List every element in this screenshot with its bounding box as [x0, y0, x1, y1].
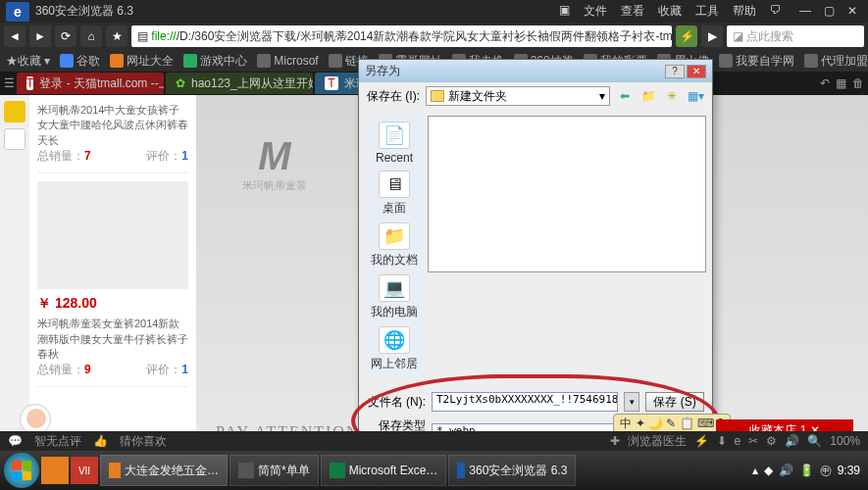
tab[interactable]: T登录 - 天猫tmall.com --上天× [17, 73, 164, 94]
sidebar-fav-icon[interactable] [4, 101, 26, 122]
back-button[interactable]: ◄ [4, 25, 26, 47]
savein-label: 保存在 (I): [367, 88, 420, 105]
product-item[interactable]: 米珂帆蒂2014中大童女孩裤子女大童中腰哈伦风波点休闲裤春天长 总销量：7评价：… [37, 103, 188, 173]
tool-icon[interactable]: ⚙ [766, 434, 777, 448]
menu-file[interactable]: 文件 [584, 3, 607, 20]
taskbar: VII 大连金发绝五金… 简简*单单 Microsoft Exce… 360安全… [0, 451, 868, 490]
close-button[interactable]: ✕ [842, 5, 862, 19]
savein-combo[interactable]: 新建文件夹 ▾ [426, 86, 610, 106]
bookmark-item[interactable]: 代理加盟 [804, 53, 868, 70]
taskbar-item[interactable]: 简简*单单 [230, 455, 319, 486]
minimize-button[interactable]: — [795, 5, 815, 19]
tray-flag-icon[interactable]: 🔋 [799, 464, 814, 477]
sound-icon[interactable]: 🔊 [785, 434, 799, 448]
browser-doctor[interactable]: 浏览器医生 [628, 433, 687, 450]
status-text: 智无点评 [34, 433, 81, 450]
savein-value: 新建文件夹 [448, 88, 507, 105]
tray-ime-icon[interactable]: ㊥ [820, 463, 832, 479]
up-icon[interactable]: 📁 [639, 87, 657, 105]
dialog-help-button[interactable]: ? [665, 65, 685, 78]
taskbar-item[interactable]: 360安全浏览器 6.3 [448, 455, 576, 486]
tray-up-icon[interactable]: ▴ [752, 464, 758, 477]
cut-icon[interactable]: ✂ [748, 434, 758, 448]
clock[interactable]: 9:39 [838, 464, 860, 477]
mute-icon[interactable]: e [735, 434, 741, 448]
tmall-icon: T [325, 76, 338, 90]
download-icon[interactable]: ⬇ [717, 434, 727, 448]
start-button[interactable] [4, 453, 39, 488]
stop-button[interactable]: ★ [106, 25, 128, 47]
status-bar: 💬 智无点评 👍 猜你喜欢 ✚ 浏览器医生 ⚡ ⬇ e ✂ ⚙ 🔊 🔍 100% [0, 431, 868, 451]
filename-label: 文件名 (N): [367, 394, 426, 411]
menu-tools[interactable]: 工具 [695, 3, 719, 20]
trash-icon[interactable]: 🗑 [852, 76, 864, 90]
bookmark-item[interactable]: 游戏中心 [183, 53, 247, 70]
views-icon[interactable]: ▦▾ [687, 87, 704, 105]
address-bar[interactable]: ▤ file:// /D:/360安全浏览器下载/米珂帆蒂2014新款潮春款学院… [131, 25, 672, 47]
menu-fav[interactable]: 收藏 [658, 3, 682, 20]
home-button[interactable]: ⌂ [80, 25, 102, 47]
filename-input[interactable]: T2LyjtXs0bXXXXXXXX_!!754691822.jpg_ [432, 392, 618, 412]
reload-button[interactable]: ⟳ [55, 25, 77, 47]
ime-toolbar[interactable]: 中 ✦ 🌙 ✎ 📋 ⌨ ? [613, 414, 731, 433]
newfolder-icon[interactable]: ✳ [663, 87, 681, 105]
url-scheme: file:// [151, 29, 176, 43]
taskbar-item[interactable]: Microsoft Exce… [321, 455, 447, 486]
brand-logo: M 米珂帆蒂童装 [226, 134, 324, 232]
search-placeholder: 点此搜索 [746, 28, 793, 45]
app-icon [109, 463, 121, 478]
menu-help[interactable]: 帮助 [733, 3, 756, 20]
page-icon: ▤ [137, 29, 148, 43]
pin-explorer-icon[interactable] [41, 457, 69, 484]
zoom-level[interactable]: 100% [830, 434, 860, 448]
place-computer[interactable]: 💻我的电脑 [371, 274, 418, 320]
bookmark-item[interactable]: 网址大全 [110, 53, 174, 70]
forward-button[interactable]: ► [29, 25, 51, 47]
product-panel: 米珂帆蒂2014中大童女孩裤子女大童中腰哈伦风波点休闲裤春天长 总销量：7评价：… [29, 95, 196, 451]
accel-icon[interactable]: ⚡ [694, 434, 709, 448]
sidebar-app-icon[interactable] [4, 128, 26, 150]
tray-safe-icon[interactable]: ◆ [764, 464, 773, 477]
bookmark-item[interactable]: 谷歌 [60, 53, 100, 70]
chevron-down-icon[interactable]: ▾ [599, 89, 605, 103]
status-msg-icon[interactable]: 💬 [8, 434, 23, 448]
place-desktop[interactable]: 🖥桌面 [379, 171, 410, 217]
tab[interactable]: ✿hao123_上网从这里开始× [166, 73, 313, 94]
search-box[interactable]: ◪ 点此搜索 [727, 25, 864, 47]
filename-dropdown[interactable]: ▾ [624, 392, 639, 412]
place-documents[interactable]: 📁我的文档 [371, 222, 418, 269]
places-bar: 📄Recent 🖥桌面 📁我的文档 💻我的电脑 🌐网上邻居 [365, 116, 424, 378]
compat-icon[interactable]: ⚡ [676, 25, 697, 47]
go-button[interactable]: ▶ [701, 25, 723, 47]
tray-net-icon[interactable]: 🔊 [779, 464, 793, 477]
left-sidebar [0, 95, 29, 451]
back-icon[interactable]: ⬅ [616, 87, 634, 105]
place-network[interactable]: 🌐网上邻居 [371, 326, 418, 372]
menu-feedback-icon[interactable]: 🗩 [770, 3, 782, 20]
system-tray: ▴ ◆ 🔊 🔋 ㊥ 9:39 [752, 463, 864, 479]
menu-skin-icon[interactable]: ▣ [559, 3, 570, 20]
doctor-icon[interactable]: ✚ [610, 434, 620, 448]
product-item[interactable]: ￥ 128.00 米珂帆蒂童装女童裤2014新款潮韩版中腰女大童牛仔裤长裤子春秋… [37, 181, 188, 387]
file-list[interactable] [428, 116, 706, 272]
dialog-close-button[interactable]: ✕ [687, 65, 706, 78]
place-recent[interactable]: 📄Recent [376, 122, 413, 165]
status-like-icon[interactable]: 👍 [93, 434, 108, 448]
product-price: ￥ 128.00 [37, 295, 188, 313]
tab-list-icon[interactable]: ☰ [4, 76, 15, 90]
menu-view[interactable]: 查看 [621, 3, 644, 20]
bookmark-item[interactable]: 我要自学网 [719, 53, 794, 70]
product-desc: 米珂帆蒂童装女童裤2014新款潮韩版中腰女大童牛仔裤长裤子春秋 [37, 317, 188, 362]
menu-bar: ▣ 文件 查看 收藏 工具 帮助 🗩 [559, 3, 782, 20]
excel-icon [330, 463, 345, 478]
fav-icon[interactable]: ★收藏 ▾ [6, 53, 50, 70]
zoom-icon[interactable]: 🔍 [807, 434, 822, 448]
undo-close-icon[interactable]: ↶ [820, 76, 830, 90]
folder-icon [431, 90, 444, 102]
tab-menu-icon[interactable]: ▦ [836, 76, 846, 90]
save-button[interactable]: 保存 (S) [645, 392, 704, 412]
pin-ime-icon[interactable]: VII [71, 457, 98, 484]
maximize-button[interactable]: ▢ [819, 5, 839, 19]
bookmark-item[interactable]: Microsof [257, 54, 318, 68]
taskbar-item[interactable]: 大连金发绝五金… [100, 455, 228, 486]
